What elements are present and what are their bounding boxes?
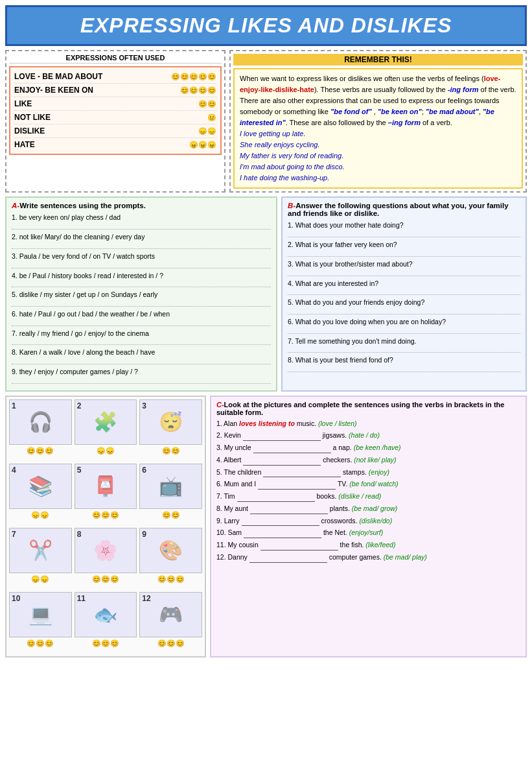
c3-hint: (be keen /have) bbox=[354, 444, 401, 451]
exercise-a-item-3: 3. Paula / be very fond of / on TV / wat… bbox=[12, 252, 271, 268]
expr-label-dislike: DISLIKE bbox=[14, 126, 105, 136]
exercise-c-item-7: 7. Tim books. (dislike / read) bbox=[216, 492, 520, 502]
expr-label-like: LIKE bbox=[14, 99, 105, 108]
middle-section: A-Write sentences using the prompts. 1. … bbox=[5, 196, 527, 391]
pic-group-12: 12 🎮 😊😊😊 bbox=[139, 592, 202, 654]
pic-group-7: 7 ✂️ 😞😞 bbox=[9, 528, 72, 589]
highlight-befonof: "be fond of" bbox=[330, 108, 372, 115]
pic-cell-12: 12 🎮 bbox=[139, 592, 202, 637]
smiley-row-3: 😊😊 bbox=[139, 447, 202, 461]
example-1: I love getting up late. bbox=[240, 128, 516, 139]
c1-bold: loves listening to bbox=[239, 420, 295, 427]
expr-label-love: LOVE - BE MAD ABOUT bbox=[14, 72, 105, 81]
pic-icon-10: 💻 bbox=[29, 603, 52, 626]
exercise-a-letter: A- bbox=[12, 202, 19, 209]
pic-num-12: 12 bbox=[142, 594, 150, 603]
exercise-b-item-8: 8. What is your best friend fond of? bbox=[288, 355, 520, 372]
smiley-row-8: 😊😊😊 bbox=[75, 575, 137, 589]
pic-cell-4: 4 📚 bbox=[9, 464, 72, 509]
smiley-row-9: 😊😊😊 bbox=[139, 575, 202, 589]
pic-num-8: 8 bbox=[77, 530, 82, 539]
exercise-b-item-2: 2. What is your father very keen on? bbox=[288, 240, 520, 257]
c9-blank bbox=[242, 519, 319, 526]
c9-hint: (dislike/do) bbox=[359, 517, 392, 525]
exercise-c-item-10: 10. Sam the Net. (enjoy/surf) bbox=[216, 528, 520, 538]
smiley-group-notlike: 😐 bbox=[207, 113, 216, 122]
pic-group-3: 3 😴 😊😊 bbox=[139, 399, 202, 461]
expressions-header: EXPRESSIONS OFTEN USED bbox=[9, 54, 222, 64]
pic-num-10: 10 bbox=[12, 594, 20, 603]
page-title: EXPRESSING LIKES AND DISLIKES bbox=[5, 5, 527, 46]
expr-label-hate: HATE bbox=[14, 140, 105, 149]
expr-row-hate: HATE 😠😠😠 bbox=[14, 138, 216, 151]
c3-blank bbox=[253, 447, 331, 453]
smiley-group-enjoy: 😊😊😊😊 bbox=[180, 86, 216, 95]
c7-blank bbox=[237, 495, 315, 502]
pic-group-11: 11 🐟 😊😊😊 bbox=[75, 592, 137, 654]
exercise-b-letter: B- bbox=[288, 202, 295, 209]
c10-blank bbox=[244, 532, 321, 538]
exercise-a-item-6: 6. hate / Paul / go out / bad / the weat… bbox=[12, 309, 271, 326]
pic-group-4: 4 📚 😞😞 bbox=[9, 464, 72, 525]
exercise-c-item-12: 12. Danny computer games. (be mad/ play) bbox=[216, 552, 520, 563]
pic-icon-2: 🧩 bbox=[93, 410, 117, 433]
smiley-group-love: 😊😊😊😊😊 bbox=[171, 73, 216, 81]
bottom-section: 1 🎧 😊😊😊 2 🧩 😞😞 3 😴 😊😊 bbox=[5, 396, 527, 657]
smiley-group-dislike: 😞😞 bbox=[198, 127, 216, 136]
smiley-row-12: 😊😊😊 bbox=[139, 639, 202, 654]
pic-cell-2: 2 🧩 bbox=[75, 399, 137, 445]
exercise-a-item-8: 8. Karen / a walk / love / along the bea… bbox=[12, 348, 271, 364]
exercise-a-item-4: 4. be / Paul / history books / read / in… bbox=[12, 271, 271, 288]
pic-group-6: 6 📺 😊😊 bbox=[139, 464, 202, 525]
exercise-b-item-4: 4. What are you interested in? bbox=[288, 279, 520, 296]
pic-icon-11: 🐟 bbox=[93, 603, 117, 626]
exercise-c-item-8: 8. My aunt plants. (be mad/ grow) bbox=[216, 504, 520, 514]
highlight-ingform2: –ing form bbox=[388, 119, 421, 126]
smiley-row-5: 😊😊😊 bbox=[75, 511, 137, 525]
expr-label-notlike: NOT LIKE bbox=[14, 113, 105, 122]
remember-header: REMEMBER THIS! bbox=[233, 54, 523, 65]
exercise-c-title: C-Look at the pictures and complete the … bbox=[216, 401, 520, 416]
pic-num-1: 1 bbox=[12, 401, 16, 410]
highlight-bemad: "be mad about" bbox=[426, 108, 479, 115]
pic-num-6: 6 bbox=[142, 466, 146, 475]
example-5: I hate doing the washing-up. bbox=[240, 172, 516, 184]
exercise-c-item-5: 5. The children stamps. (enjoy) bbox=[216, 468, 520, 478]
pic-icon-6: 📺 bbox=[159, 475, 183, 497]
pic-group-8: 8 🌸 😊😊😊 bbox=[75, 528, 137, 589]
pic-icon-3: 😴 bbox=[159, 410, 183, 433]
pic-num-3: 3 bbox=[142, 401, 146, 410]
top-section: EXPRESSIONS OFTEN USED LOVE - BE MAD ABO… bbox=[5, 50, 527, 193]
c4-blank bbox=[243, 459, 321, 466]
pic-num-4: 4 bbox=[12, 466, 16, 475]
pic-group-1: 1 🎧 😊😊😊 bbox=[9, 399, 72, 461]
expr-row-enjoy: ENJOY- BE KEEN ON 😊😊😊😊 bbox=[14, 84, 216, 97]
pic-num-2: 2 bbox=[77, 401, 82, 410]
c2-blank bbox=[243, 434, 321, 441]
exercise-a-item-9: 9. they / enjoy / computer games / play … bbox=[12, 367, 271, 384]
smiley-row-11: 😊😊😊 bbox=[75, 639, 137, 654]
pic-group-5: 5 📮 😊😊😊 bbox=[75, 464, 137, 525]
exercise-a-item-7: 7. really / my friend / go / enjoy/ to t… bbox=[12, 329, 271, 346]
c8-blank bbox=[250, 508, 328, 514]
exercise-c-item-11: 11. My cousin the fish. (like/feed) bbox=[216, 540, 520, 551]
pic-cell-9: 9 🎨 bbox=[139, 528, 202, 573]
highlight-bekenon: "be keen on" bbox=[378, 108, 422, 115]
highlight-ingform1: -ing form bbox=[448, 86, 479, 93]
expressions-inner: LOVE - BE MAD ABOUT 😊😊😊😊😊 ENJOY- BE KEEN… bbox=[9, 66, 222, 155]
remember-box: REMEMBER THIS! When we want to express l… bbox=[229, 50, 527, 193]
example-2: She really enjoys cycling. bbox=[240, 139, 516, 150]
smiley-row-6: 😊😊 bbox=[139, 511, 202, 525]
expr-row-dislike: DISLIKE 😞😞 bbox=[14, 124, 216, 138]
pic-cell-11: 11 🐟 bbox=[75, 592, 137, 637]
example-4: I'm mad about going to the disco. bbox=[240, 161, 516, 172]
c11-hint: (like/feed) bbox=[365, 541, 395, 549]
pic-num-9: 9 bbox=[142, 530, 146, 539]
expressions-box: EXPRESSIONS OFTEN USED LOVE - BE MAD ABO… bbox=[5, 50, 226, 193]
exercise-c-item-9: 9. Larry crosswords. (dislike/do) bbox=[216, 516, 520, 527]
pictures-box: 1 🎧 😊😊😊 2 🧩 😞😞 3 😴 😊😊 bbox=[5, 396, 206, 657]
c12-blank bbox=[249, 556, 327, 563]
exercise-b-item-6: 6. What do you love doing when you are o… bbox=[288, 317, 520, 334]
c10-hint: (enjoy/surf) bbox=[349, 528, 384, 536]
exercise-c-item-6: 6. Mum and I TV. (be fond/ watch) bbox=[216, 479, 520, 490]
